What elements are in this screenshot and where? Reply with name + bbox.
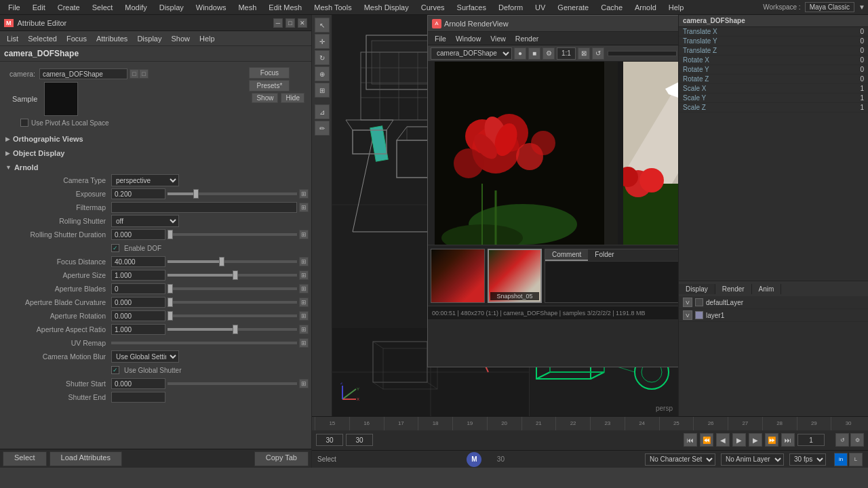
menu-surfaces[interactable]: Surfaces	[452, 2, 492, 13]
layer-vis-default[interactable]: V	[683, 298, 692, 307]
timeline-goto-end-button[interactable]: ⏭	[781, 433, 795, 447]
tool-transform-icon[interactable]: ⊞	[315, 83, 330, 98]
filtermap-input[interactable]	[111, 202, 297, 213]
filtermap-icon[interactable]: ⊞	[299, 203, 309, 212]
exposure-slider[interactable]	[167, 192, 297, 195]
close-button[interactable]: ✕	[298, 18, 307, 28]
menu-help[interactable]: Help	[663, 2, 690, 13]
snapshot-1[interactable]	[431, 249, 485, 303]
aperture-aspect-ratio-slider[interactable]	[167, 328, 297, 331]
menu-edit-mesh[interactable]: Edit Mesh	[263, 2, 307, 13]
enable-dof-checkbox[interactable]: ✓	[111, 244, 119, 252]
exposure-input[interactable]	[111, 188, 165, 199]
aperture-rotation-input[interactable]	[111, 310, 165, 321]
maximize-button[interactable]: □	[285, 18, 295, 28]
current-frame-input[interactable]	[346, 434, 373, 446]
aperture-blade-curvature-input[interactable]	[111, 297, 165, 308]
arnold-stop-icon[interactable]: ■	[528, 47, 540, 60]
aperture-aspect-ratio-icon[interactable]: ⊞	[299, 325, 309, 334]
uv-remap-icon[interactable]: ⊞	[299, 338, 309, 348]
aperture-size-input[interactable]	[111, 270, 165, 281]
menu-create[interactable]: Create	[52, 2, 85, 13]
tool-paint-icon[interactable]: ✏	[315, 121, 330, 136]
shutter-end-input[interactable]	[111, 392, 165, 403]
minimize-button[interactable]: ─	[273, 18, 283, 28]
end-frame-input[interactable]	[797, 434, 825, 446]
menu-display[interactable]: Display	[154, 2, 189, 13]
aperture-size-icon[interactable]: ⊞	[299, 270, 309, 280]
shutter-start-input[interactable]	[111, 378, 165, 389]
presets-button[interactable]: Presets*	[249, 80, 290, 92]
arnold-menu-view[interactable]: View	[486, 34, 510, 43]
menu-uv[interactable]: UV	[530, 2, 551, 13]
focus-button[interactable]: Focus	[249, 67, 290, 79]
menu-edit[interactable]: Edit	[27, 2, 51, 13]
menu-deform[interactable]: Deform	[493, 2, 528, 13]
rolling-shutter-dropdown[interactable]: off	[111, 215, 179, 227]
arnold-camera-select[interactable]: camera_DOFShape	[431, 47, 512, 60]
menu-generate[interactable]: Generate	[552, 2, 594, 13]
shutter-start-icon[interactable]: ⊞	[299, 379, 309, 388]
comment-tab[interactable]: Comment	[545, 249, 588, 261]
attr-menu-attributes[interactable]: Attributes	[92, 33, 132, 44]
start-frame-input[interactable]	[316, 434, 343, 446]
shutter-start-slider[interactable]	[167, 382, 297, 385]
use-pivot-checkbox[interactable]	[20, 119, 28, 127]
aperture-size-slider[interactable]	[167, 274, 297, 277]
linkedin-icon[interactable]: in	[834, 453, 848, 466]
attr-menu-display[interactable]: Display	[133, 33, 165, 44]
copy-tab-button[interactable]: Copy Tab	[254, 451, 309, 466]
attr-menu-focus[interactable]: Focus	[62, 33, 91, 44]
attr-menu-list[interactable]: List	[3, 33, 22, 44]
section-arnold[interactable]: ▼ Arnold	[3, 161, 309, 174]
exposure-color-icon[interactable]: ⊞	[299, 189, 309, 199]
aperture-rotation-slider[interactable]	[167, 314, 297, 317]
rolling-shutter-duration-slider[interactable]	[167, 233, 297, 236]
menu-file[interactable]: File	[3, 2, 26, 13]
arnold-fit-icon[interactable]: ⊠	[578, 47, 590, 60]
use-global-shutter-checkbox[interactable]: ✓	[111, 366, 119, 374]
aperture-blade-curvature-slider[interactable]	[167, 301, 297, 304]
arnold-refresh-icon[interactable]: ↺	[592, 47, 604, 60]
load-attributes-button[interactable]: Load Attributes	[50, 451, 122, 466]
tool-move-icon[interactable]: ✛	[315, 34, 330, 49]
menu-mesh-display[interactable]: Mesh Display	[359, 2, 414, 13]
menu-mesh-tools[interactable]: Mesh Tools	[309, 2, 357, 13]
rolling-shutter-duration-input[interactable]	[111, 229, 165, 240]
arnold-render-icon[interactable]: ●	[514, 47, 526, 60]
folder-tab[interactable]: Folder	[588, 249, 620, 261]
workspace-selector[interactable]: Maya Classic	[805, 2, 854, 12]
arnold-settings-icon[interactable]: ⚙	[542, 47, 555, 60]
timeline-step-fwd-button[interactable]: ⏩	[765, 433, 778, 447]
aperture-blades-icon[interactable]: ⊞	[299, 284, 309, 293]
aperture-rotation-icon[interactable]: ⊞	[299, 311, 309, 321]
focus-distance-slider[interactable]	[167, 260, 297, 263]
uv-remap-slider[interactable]	[111, 342, 297, 344]
menu-curves[interactable]: Curves	[416, 2, 450, 13]
layer-vis-1[interactable]: V	[683, 310, 692, 320]
fps-select[interactable]: 30 fps	[789, 453, 826, 466]
no-char-set-select[interactable]: No Character Set	[645, 453, 715, 466]
aperture-blades-input[interactable]	[111, 283, 165, 294]
timeline-next-key-button[interactable]: ▶	[749, 433, 762, 447]
tool-scale-icon[interactable]: ⊕	[315, 66, 330, 81]
camera-input[interactable]	[39, 68, 127, 79]
menu-select[interactable]: Select	[87, 2, 119, 13]
menu-arnold[interactable]: Arnold	[629, 2, 662, 13]
learning-icon[interactable]: L	[849, 453, 863, 466]
menu-cache[interactable]: Cache	[595, 2, 628, 13]
aperture-blade-curvature-icon[interactable]: ⊞	[299, 298, 309, 307]
section-orthographic-views[interactable]: ▶ Orthographic Views	[3, 133, 309, 145]
layer-item-default[interactable]: V defaultLayer	[679, 296, 868, 309]
show-button[interactable]: Show	[252, 93, 278, 103]
layer-tab-display[interactable]: Display	[679, 284, 715, 294]
arnold-menu-file[interactable]: File	[431, 34, 450, 43]
settings-button2[interactable]: ⚙	[850, 433, 864, 447]
tool-lasso-icon[interactable]: ⊿	[315, 104, 330, 119]
camera-pick-icon[interactable]: □	[130, 69, 139, 79]
menu-windows[interactable]: Windows	[191, 2, 232, 13]
tool-select-icon[interactable]: ↖	[315, 18, 330, 33]
tool-rotate-icon[interactable]: ↻	[315, 50, 330, 65]
timeline-prev-key-button[interactable]: ◀	[716, 433, 730, 447]
menu-modify[interactable]: Modify	[119, 2, 152, 13]
